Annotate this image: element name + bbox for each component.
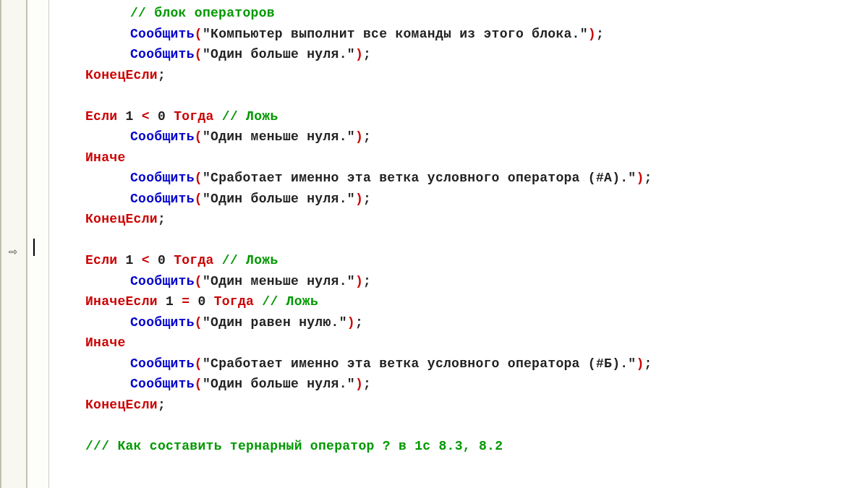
code-token: ( [195,171,203,185]
code-token: ; [158,68,166,82]
code-line[interactable]: Сообщить("Один больше нуля."); [58,374,868,395]
code-line[interactable]: Сообщить("Один равен нулю."); [58,312,868,333]
code-token: ) [347,315,355,330]
code-token: ) [355,129,363,144]
code-token: "Один больше нуля." [203,192,355,206]
code-token: // Ложь [222,109,278,124]
code-token: ; [158,398,166,412]
code-token: "Сработает именно эта ветка условного оп… [203,171,637,185]
code-line[interactable]: // блок операторов [58,3,868,24]
code-token: // блок операторов [130,6,275,20]
code-line[interactable]: Если 1 < 0 Тогда // Ложь [58,106,868,127]
code-token: // Ложь [262,294,318,309]
code-token: ( [195,129,203,144]
code-token: "Один меньше нуля." [203,129,355,144]
code-token: = [182,294,190,309]
code-token: "Один меньше нуля." [203,274,355,288]
code-token [214,109,222,124]
breakpoint-marker-icon[interactable]: ⇨ [9,242,17,260]
code-line[interactable]: Сообщить("Один меньше нуля."); [58,127,868,147]
code-token: КонецЕсли [85,212,158,226]
code-token: "Один равен нулю." [203,315,347,330]
code-token: Сообщить [130,356,195,371]
text-cursor [33,239,35,256]
code-token: ; [363,129,371,144]
code-token: Тогда [214,294,255,309]
code-token: ) [636,356,644,371]
code-token: ; [644,171,652,185]
editor-gutter: ⇨ [0,0,27,488]
code-token: КонецЕсли [85,398,158,412]
code-line[interactable]: КонецЕсли; [58,395,868,416]
code-token: ( [195,377,203,391]
code-token: 1 [117,109,141,124]
editor-margin [27,0,49,488]
code-editor[interactable]: ⇨ // блок операторовСообщить("Компьютер … [0,0,868,488]
code-token: ; [363,274,371,288]
code-token: ( [195,47,203,61]
code-token [214,253,222,267]
code-token: /// Как составить тернарный оператор ? в… [85,439,503,453]
code-token: Тогда [174,253,214,267]
code-token: Сообщить [130,129,195,144]
code-token: ( [195,192,203,206]
code-token: ( [195,27,203,41]
code-token: ( [195,356,203,371]
code-line[interactable]: Иначе [58,147,868,168]
code-token: ) [588,27,596,41]
code-token: КонецЕсли [85,68,158,82]
code-token: "Компьютер выполнит все команды из этого… [203,27,588,41]
code-token: Иначе [85,150,126,165]
code-token: 1 [117,253,141,267]
code-token: ; [363,47,371,61]
code-line[interactable]: КонецЕсли; [58,209,868,230]
code-token: ; [644,356,652,371]
code-token: ; [596,27,604,41]
code-token: ) [355,192,363,206]
code-token: ( [195,274,203,288]
code-token: Сообщить [130,192,195,206]
code-line[interactable] [58,230,868,251]
code-line[interactable]: Сообщить("Компьютер выполнит все команды… [58,24,868,45]
code-token: ; [158,212,166,226]
code-line[interactable]: Сообщить("Сработает именно эта ветка усл… [58,168,868,189]
code-line[interactable] [58,415,868,436]
code-token: 0 [150,253,174,267]
code-token: Сообщить [130,171,195,185]
code-token: "Один больше нуля." [203,47,355,61]
code-line[interactable] [58,85,868,106]
code-token: ; [355,315,363,330]
code-content[interactable]: // блок операторовСообщить("Компьютер вы… [49,0,868,488]
code-token: ИначеЕсли [85,294,158,309]
code-token: ) [355,377,363,391]
code-line[interactable]: ИначеЕсли 1 = 0 Тогда // Ложь [58,291,868,312]
code-token: ; [363,192,371,206]
code-line[interactable]: Сообщить("Один меньше нуля."); [58,271,868,292]
code-line[interactable]: Сообщить("Сработает именно эта ветка усл… [58,354,868,374]
code-token: 1 [158,294,182,309]
code-token: ) [355,274,363,288]
code-token: "Один больше нуля." [203,377,355,391]
code-token: Сообщить [130,315,195,330]
code-line[interactable]: КонецЕсли; [58,65,868,86]
code-token: ) [636,171,644,185]
code-token: Сообщить [130,47,195,61]
code-line[interactable]: Иначе [58,333,868,354]
code-line[interactable]: /// Как составить тернарный оператор ? в… [58,436,868,457]
code-token: ) [355,47,363,61]
code-token: Тогда [174,109,214,124]
code-token: Сообщить [130,377,195,391]
code-token: < [142,109,150,124]
code-token: Если [85,109,117,124]
code-line[interactable]: Если 1 < 0 Тогда // Ложь [58,250,868,271]
code-line[interactable]: Сообщить("Один больше нуля."); [58,44,868,65]
code-token: 0 [150,109,174,124]
code-token: Если [85,253,117,267]
code-token [254,294,262,309]
code-token: 0 [190,294,213,309]
code-token: "Сработает именно эта ветка условного оп… [203,356,637,371]
code-token: Сообщить [130,274,195,288]
code-token: ( [195,315,203,330]
code-line[interactable]: Сообщить("Один больше нуля."); [58,189,868,210]
code-token: Сообщить [130,27,195,41]
